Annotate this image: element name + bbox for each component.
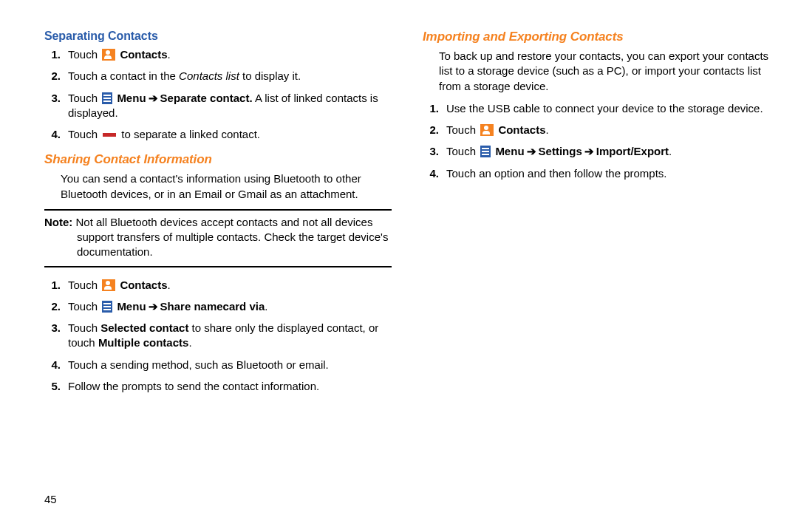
menu-icon (480, 146, 491, 157)
import-intro: To back up and restore your contacts, yo… (439, 49, 770, 94)
note-rule-bottom (44, 266, 392, 267)
menu-icon (102, 92, 112, 104)
minus-icon (103, 133, 116, 137)
list-item: 3. Touch Menu➔Separate contact. A list o… (64, 91, 392, 121)
sharing-intro: You can send a contact's information usi… (61, 171, 392, 202)
menu-icon (102, 301, 112, 313)
right-column: Importing and Exporting Contacts To back… (423, 30, 770, 400)
note-text: Note: Not all Bluetooth devices accept c… (44, 215, 392, 260)
heading-import-export: Importing and Exporting Contacts (423, 30, 770, 44)
list-item: 2. Touch Menu➔Share namecard via. (64, 299, 392, 314)
list-item: 1. Use the USB cable to connect your dev… (442, 101, 770, 116)
contacts-icon (102, 279, 115, 291)
sharing-steps: 1. Touch Contacts. 2. Touch Menu➔Share n… (44, 278, 392, 395)
list-item: 2. Touch Contacts. (442, 123, 770, 137)
list-item: 4. Touch to separate a linked contact. (64, 127, 392, 142)
heading-separating-contacts: Separating Contacts (44, 30, 392, 43)
heading-sharing-contact-info: Sharing Contact Information (44, 152, 392, 167)
list-item: 3. Touch Menu➔Settings➔Import/Export. (442, 144, 770, 159)
list-item: 1. Touch Contacts. (64, 278, 392, 293)
list-item: 3. Touch Selected contact to share only … (64, 321, 392, 351)
list-item: 1. Touch Contacts. (64, 47, 392, 62)
note-rule-top (44, 209, 392, 211)
separating-steps: 1. Touch Contacts. 2. Touch a contact in… (44, 47, 392, 142)
left-column: Separating Contacts 1. Touch Contacts. 2… (44, 30, 392, 400)
list-item: 2. Touch a contact in the Contacts list … (64, 69, 392, 83)
list-item: 5. Follow the prompts to send the contac… (64, 379, 392, 394)
page-number: 45 (44, 493, 57, 505)
contacts-icon (480, 124, 494, 136)
list-item: 4. Touch an option and then follow the p… (442, 166, 770, 181)
contacts-icon (102, 49, 115, 61)
import-steps: 1. Use the USB cable to connect your dev… (423, 101, 770, 181)
note-block: Note: Not all Bluetooth devices accept c… (44, 209, 392, 267)
list-item: 4. Touch a sending method, such as Bluet… (64, 358, 392, 372)
